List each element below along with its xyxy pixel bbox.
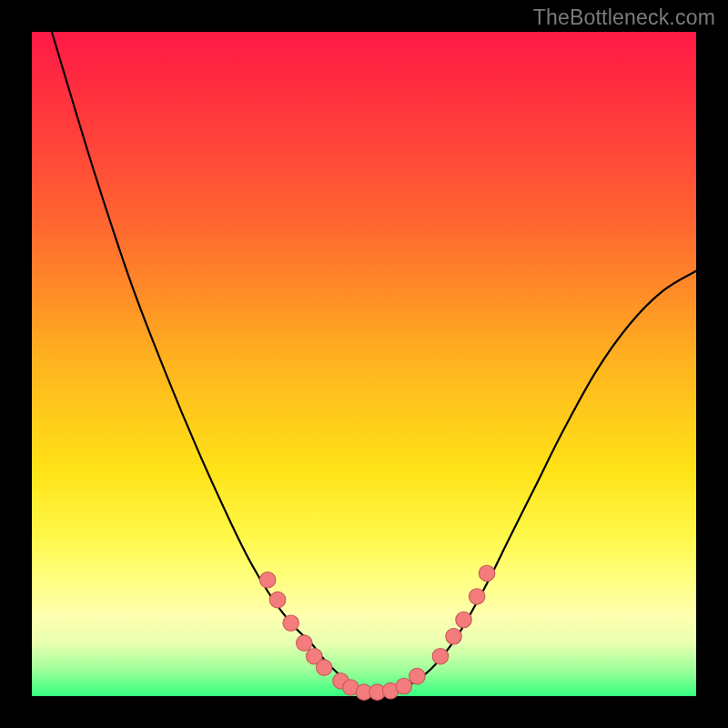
curve-marker (456, 612, 472, 628)
bottleneck-curve (52, 32, 696, 693)
curve-marker (432, 648, 449, 664)
curve-marker (469, 589, 485, 605)
curve-marker (297, 635, 313, 652)
curve-marker (396, 678, 412, 694)
plot-area (32, 32, 696, 696)
curve-marker (283, 615, 299, 632)
curve-marker (410, 668, 426, 684)
curve-marker (446, 629, 462, 645)
curve-marker (316, 660, 332, 676)
curve-svg (32, 32, 696, 696)
watermark-text: TheBottleneck.com (533, 5, 715, 30)
curve-marker (259, 571, 276, 588)
chart-frame: TheBottleneck.com (0, 0, 728, 728)
curve-marker (479, 565, 495, 581)
curve-marker (269, 592, 286, 608)
curve-markers (259, 565, 494, 700)
